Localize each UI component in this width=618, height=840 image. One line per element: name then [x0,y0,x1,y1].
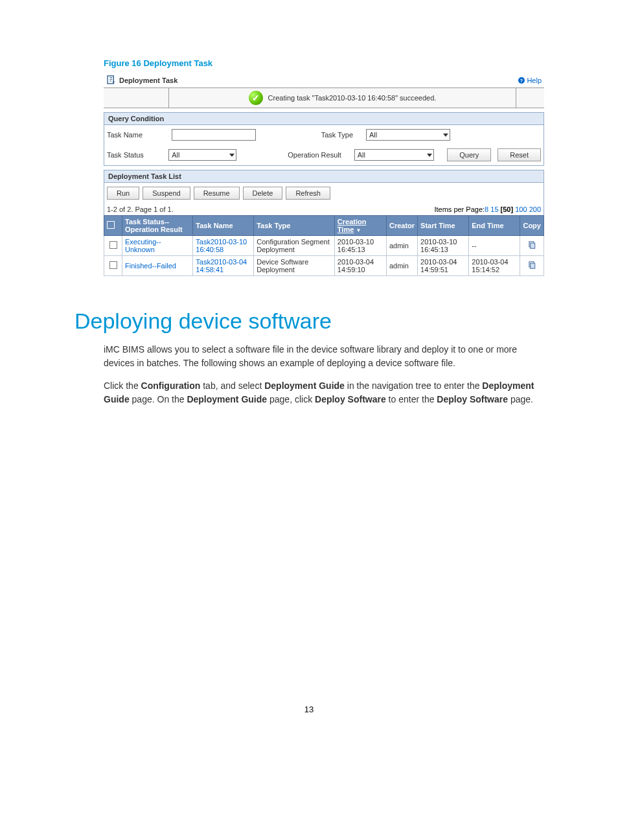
task-name-label: Task Name [107,131,165,139]
row-status-link[interactable]: Executing--Unknown [125,238,161,253]
suspend-button[interactable]: Suspend [143,187,190,200]
query-condition-header: Query Condition [104,112,544,125]
task-status-select[interactable]: All [168,149,236,161]
task-status-value: All [172,151,179,159]
row-checkbox[interactable] [109,241,117,249]
op-result-label: Operation Result [280,151,348,159]
row-type: Device Software Deployment [254,256,335,276]
task-name-input[interactable] [172,129,256,141]
col-checkbox[interactable] [104,216,122,236]
doc-heading: Deploying device software [74,309,544,334]
task-list-header: Deployment Task List [104,170,544,183]
panel-header: Deployment Task ? Help [104,73,544,88]
doc-paragraph-1: iMC BIMS allows you to select a software… [104,343,544,370]
help-label: Help [527,76,542,84]
table-row: Finished--FailedTask2010-03-04 14:58:41D… [104,256,544,276]
op-result-select[interactable]: All [354,149,435,161]
success-message: Creating task "Task2010-03-10 16:40:58" … [268,94,437,102]
panel-title: Deployment Task [119,76,177,84]
col-etime[interactable]: End Time [469,216,520,236]
svg-rect-4 [531,243,535,248]
row-creator: admin [386,256,417,276]
task-type-value: All [369,131,377,139]
col-ctime[interactable]: Creation Time ▼ [334,216,386,236]
toolbar: Run Suspend Resume Delete Refresh [104,183,544,204]
chevron-down-icon [443,134,448,137]
row-stime: 2010-03-04 14:59:51 [418,256,469,276]
table-row: Executing--UnknownTask2010-03-10 16:40:5… [104,236,544,256]
page-size-50[interactable]: [50] [501,205,514,213]
row-etime: -- [469,236,520,256]
task-type-select[interactable]: All [366,129,450,141]
col-copy[interactable]: Copy [520,216,544,236]
items-per-page-label: Items per Page: [434,205,485,213]
row-status-link[interactable]: Finished--Failed [125,262,176,270]
col-creator[interactable]: Creator [386,216,417,236]
col-type[interactable]: Task Type [254,216,335,236]
deployment-task-icon [106,75,117,86]
page-number: 13 [74,705,544,714]
col-name[interactable]: Task Name [193,216,254,236]
svg-text:?: ? [520,78,523,83]
page-size-100[interactable]: 100 [515,205,527,213]
success-banner: ✓ Creating task "Task2010-03-10 16:40:58… [104,88,544,108]
delete-button[interactable]: Delete [243,187,283,200]
refresh-button[interactable]: Refresh [286,187,330,200]
task-type-label: Task Type [288,131,360,139]
col-stime[interactable]: Start Time [418,216,469,236]
resume-button[interactable]: Resume [194,187,240,200]
col-status[interactable]: Task Status--Operation Result [122,216,193,236]
row-stime: 2010-03-10 16:45:13 [418,236,469,256]
row-type: Configuration Segment Deployment [254,236,335,256]
page-size-200[interactable]: 200 [529,205,541,213]
success-icon: ✓ [249,91,263,105]
run-button[interactable]: Run [107,187,139,200]
help-link[interactable]: ? Help [518,76,542,84]
page-size-8[interactable]: 8 [485,205,488,213]
chevron-down-icon [427,154,432,157]
pagination-text: 1-2 of 2. Page 1 of 1. [107,205,174,213]
reset-button[interactable]: Reset [498,148,541,161]
screenshot-panel: Deployment Task ? Help ✓ Creating task "… [104,73,544,276]
chevron-down-icon [229,154,235,157]
pagination-row: 1-2 of 2. Page 1 of 1. Items per Page:8 … [104,204,544,215]
copy-icon[interactable] [527,263,536,271]
copy-icon[interactable] [527,243,536,251]
task-status-label: Task Status [107,151,162,159]
row-name-link[interactable]: Task2010-03-04 14:58:41 [196,258,247,274]
row-checkbox[interactable] [109,261,117,269]
page-size-15[interactable]: 15 [490,205,498,213]
query-button[interactable]: Query [447,148,491,161]
row-etime: 2010-03-04 15:14:52 [469,256,520,276]
doc-body: iMC BIMS allows you to select a software… [104,343,544,406]
deployment-task-table: Task Status--Operation Result Task Name … [104,215,544,276]
row-creator: admin [386,236,417,256]
svg-rect-6 [531,263,535,268]
row-ctime: 2010-03-04 14:59:10 [334,256,386,276]
row-name-link[interactable]: Task2010-03-10 16:40:58 [196,238,247,253]
figure-caption: Figure 16 Deployment Task [104,58,544,68]
row-ctime: 2010-03-10 16:45:13 [334,236,386,256]
op-result-value: All [358,151,365,159]
doc-paragraph-2: Click the Configuration tab, and select … [104,379,544,406]
